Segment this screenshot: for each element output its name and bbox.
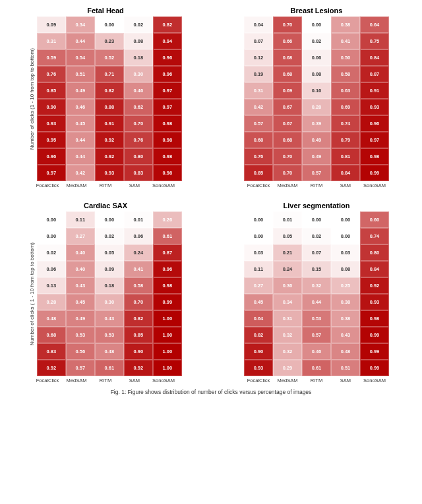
heatmap-cell: 0.88: [95, 99, 124, 115]
heatmap-cell: 0.44: [66, 148, 95, 165]
heatmap-cell: 0.98: [153, 165, 182, 181]
heatmap-cell: 0.25: [331, 277, 360, 294]
heatmap-cell: 0.32: [273, 327, 302, 343]
heatmap-cell: 0.95: [37, 132, 66, 148]
heatmap-cell: 0.83: [37, 343, 66, 360]
heatmap-cell: 0.67: [273, 115, 302, 132]
heatmap-cell: 0.93: [37, 115, 66, 132]
heatmap-cell: 0.03: [331, 244, 360, 261]
heatmap-cell: 0.61: [302, 360, 331, 376]
heatmap-cell: 0.13: [37, 277, 66, 294]
heatmap-cell: 0.53: [95, 327, 124, 343]
heatmap-cell: 0.00: [302, 16, 331, 33]
heatmap-cell: 0.51: [66, 66, 95, 82]
heatmap-cell: 0.46: [302, 343, 331, 360]
heatmap-cell: 0.64: [244, 310, 273, 327]
heatmap-cell: 0.46: [124, 82, 153, 99]
heatmap-cell: 0.44: [66, 33, 95, 49]
heatmap-cell: 0.61: [153, 228, 182, 244]
fetal-head-y-label: Number of clicks (1 - 10 from top to bot…: [29, 48, 36, 150]
bottom-row: Cardiac SAX Number of clicks ( 1 - 10 fr…: [3, 202, 419, 383]
heatmap-cell: 0.92: [95, 148, 124, 165]
heatmap-cell: 0.32: [302, 277, 331, 294]
heatmap-cell: 0.63: [331, 82, 360, 99]
heatmap-cell: 0.69: [273, 82, 302, 99]
heatmap-cell: 0.84: [360, 49, 389, 66]
heatmap-cell: 0.83: [124, 165, 153, 181]
x-axis-label: SAM: [120, 378, 149, 383]
table-row: 0.450.340.440.380.93: [244, 294, 389, 310]
heatmap-cell: 0.49: [66, 310, 95, 327]
heatmap-cell: 0.68: [37, 327, 66, 343]
heatmap-cell: 0.00: [244, 211, 273, 228]
cardiac-sax-grid: 0.000.110.000.010.260.000.270.020.060.61…: [37, 211, 182, 376]
liver-seg-title: Liver segmentation: [284, 202, 350, 210]
heatmap-cell: 0.68: [273, 66, 302, 82]
heatmap-cell: 0.69: [331, 99, 360, 115]
heatmap-cell: 0.66: [273, 33, 302, 49]
table-row: 0.760.510.710.300.96: [37, 66, 182, 82]
fetal-head-x-labels: FocalClickMedSAMRITMSAMSonoSAM: [33, 182, 178, 188]
table-row: 0.030.210.070.030.80: [244, 244, 389, 261]
heatmap-cell: 0.00: [331, 211, 360, 228]
heatmap-cell: 0.18: [124, 49, 153, 66]
heatmap-cell: 0.02: [95, 228, 124, 244]
heatmap-cell: 0.00: [95, 211, 124, 228]
heatmap-cell: 0.67: [273, 99, 302, 115]
heatmap-cell: 0.48: [331, 343, 360, 360]
heatmap-cell: 0.15: [302, 261, 331, 277]
heatmap-cell: 0.42: [244, 99, 273, 115]
heatmap-cell: 0.08: [302, 66, 331, 82]
heatmap-cell: 0.80: [360, 244, 389, 261]
heatmap-cell: 0.70: [124, 115, 153, 132]
x-axis-label: MedSAM: [273, 378, 302, 383]
heatmap-cell: 0.11: [244, 261, 273, 277]
heatmap-cell: 0.68: [244, 132, 273, 148]
heatmap-cell: 0.23: [95, 33, 124, 49]
heatmap-cell: 0.02: [302, 33, 331, 49]
liver-seg-wrapper: 0.000.010.000.000.600.000.050.020.000.74…: [244, 211, 389, 376]
fetal-head-title: Fetal Head: [87, 7, 124, 14]
heatmap-cell: 0.49: [302, 132, 331, 148]
heatmap-cell: 0.85: [244, 165, 273, 181]
heatmap-cell: 0.24: [124, 244, 153, 261]
heatmap-cell: 0.00: [37, 211, 66, 228]
heatmap-cell: 0.38: [331, 294, 360, 310]
x-axis-label: FocalClick: [244, 378, 273, 383]
heatmap-cell: 0.31: [273, 310, 302, 327]
cardiac-sax-title: Cardiac SAX: [84, 202, 127, 210]
heatmap-cell: 0.02: [302, 228, 331, 244]
heatmap-cell: 0.41: [331, 33, 360, 49]
heatmap-cell: 0.98: [153, 115, 182, 132]
heatmap-cell: 0.90: [244, 343, 273, 360]
heatmap-cell: 0.82: [95, 82, 124, 99]
heatmap-cell: 0.04: [244, 16, 273, 33]
table-row: 0.640.310.530.380.98: [244, 310, 389, 327]
heatmap-cell: 0.93: [95, 165, 124, 181]
heatmap-cell: 0.99: [360, 165, 389, 181]
heatmap-cell: 0.90: [37, 99, 66, 115]
heatmap-cell: 0.84: [360, 261, 389, 277]
table-row: 0.900.460.880.620.97: [37, 99, 182, 115]
heatmap-cell: 0.71: [95, 66, 124, 82]
heatmap-cell: 0.98: [360, 310, 389, 327]
table-row: 0.270.360.320.250.92: [244, 277, 389, 294]
heatmap-cell: 0.03: [244, 244, 273, 261]
fetal-head-grid: 0.090.340.000.020.820.310.440.230.080.94…: [37, 16, 182, 181]
heatmap-cell: 0.92: [124, 360, 153, 376]
heatmap-cell: 0.41: [124, 261, 153, 277]
table-row: 0.310.690.160.630.91: [244, 82, 389, 99]
x-axis-label: SAM: [331, 182, 360, 188]
heatmap-cell: 0.58: [331, 66, 360, 82]
x-axis-label: RITM: [91, 378, 120, 383]
table-row: 0.590.540.520.180.96: [37, 49, 182, 66]
heatmap-cell: 0.82: [244, 327, 273, 343]
heatmap-cell: 0.43: [331, 327, 360, 343]
table-row: 0.280.450.300.700.99: [37, 294, 182, 310]
table-row: 0.070.660.020.410.75: [244, 33, 389, 49]
heatmap-cell: 0.93: [244, 360, 273, 376]
heatmap-cell: 0.97: [37, 165, 66, 181]
heatmap-cell: 0.96: [360, 115, 389, 132]
heatmap-cell: 0.48: [37, 310, 66, 327]
heatmap-cell: 0.58: [124, 277, 153, 294]
